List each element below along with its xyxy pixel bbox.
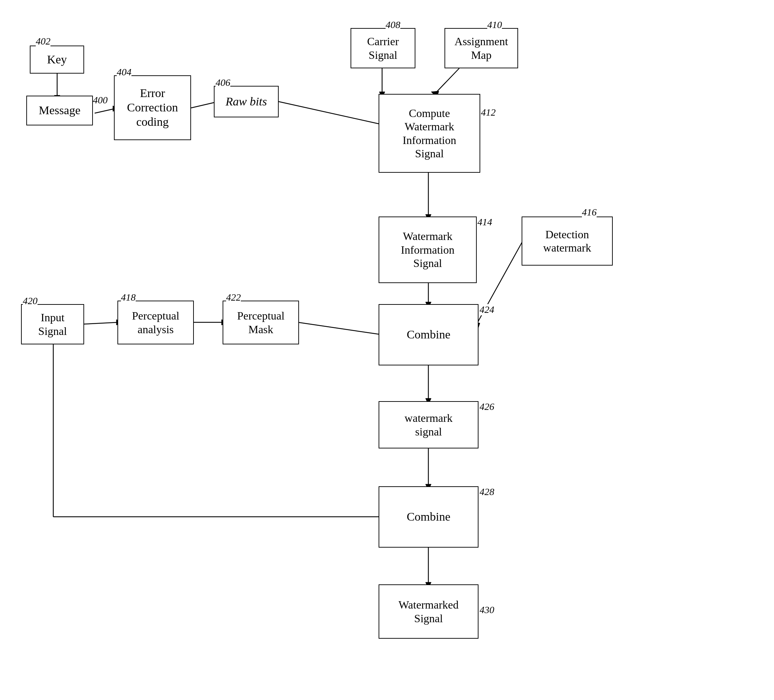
diagram: Key 402 Message 400 ErrorCorrectioncodin… — [0, 0, 774, 700]
perceptual-mask-box: PerceptualMask — [223, 300, 299, 344]
label-430: 430 — [480, 604, 494, 616]
combine2-label: Combine — [407, 510, 450, 524]
label-418: 418 — [121, 292, 136, 303]
label-410: 410 — [487, 19, 502, 30]
key-box: Key — [30, 46, 84, 74]
error-correction-label: ErrorCorrectioncoding — [127, 86, 178, 129]
label-414: 414 — [478, 216, 492, 228]
label-402: 402 — [36, 36, 50, 47]
label-420: 420 — [23, 296, 38, 307]
watermarked-signal-box: WatermarkedSignal — [379, 584, 478, 639]
input-signal-label: InputSignal — [38, 311, 67, 338]
label-416: 416 — [582, 207, 597, 218]
raw-bits-box: Raw bits — [214, 86, 279, 117]
assignment-map-label: AssignmentMap — [455, 35, 508, 62]
label-400: 400 — [93, 94, 108, 106]
svg-line-10 — [435, 68, 459, 94]
combine1-label: Combine — [407, 328, 450, 342]
compute-watermark-box: ComputeWatermarkInformationSignal — [379, 94, 480, 173]
perceptual-analysis-box: Perceptualanalysis — [117, 300, 194, 344]
message-label: Message — [39, 103, 81, 118]
input-signal-box: InputSignal — [21, 304, 84, 344]
watermarked-signal-label: WatermarkedSignal — [399, 598, 459, 625]
raw-bits-label: Raw bits — [225, 94, 267, 109]
perceptual-analysis-label: Perceptualanalysis — [132, 309, 179, 336]
watermark-info-signal-box: WatermarkInformationSignal — [379, 216, 477, 283]
combine2-box: Combine — [379, 486, 478, 548]
svg-line-22 — [298, 322, 381, 335]
svg-line-4 — [191, 102, 217, 108]
error-correction-box: ErrorCorrectioncoding — [114, 75, 191, 140]
label-404: 404 — [117, 66, 131, 78]
carrier-signal-box: CarrierSignal — [351, 28, 415, 68]
key-label: Key — [47, 53, 67, 67]
label-406: 406 — [216, 77, 230, 88]
label-412: 412 — [481, 107, 496, 118]
detection-watermark-label: Detectionwatermark — [543, 228, 591, 255]
svg-line-6 — [279, 102, 381, 124]
label-426: 426 — [480, 401, 494, 412]
svg-line-18 — [84, 322, 119, 324]
assignment-map-box: AssignmentMap — [445, 28, 518, 68]
label-408: 408 — [385, 19, 400, 30]
message-box: Message — [26, 96, 93, 125]
perceptual-mask-label: PerceptualMask — [237, 309, 284, 336]
watermark-signal-box: watermarksignal — [379, 401, 478, 449]
label-424: 424 — [480, 304, 494, 315]
compute-watermark-label: ComputeWatermarkInformationSignal — [403, 107, 456, 160]
watermark-signal-label: watermarksignal — [405, 411, 453, 438]
watermark-info-signal-label: WatermarkInformationSignal — [401, 229, 455, 270]
label-422: 422 — [226, 292, 241, 303]
detection-watermark-box: Detectionwatermark — [522, 216, 613, 266]
combine1-box: Combine — [379, 304, 478, 365]
label-428: 428 — [480, 486, 494, 497]
svg-line-2 — [95, 109, 115, 113]
carrier-signal-label: CarrierSignal — [367, 35, 399, 62]
